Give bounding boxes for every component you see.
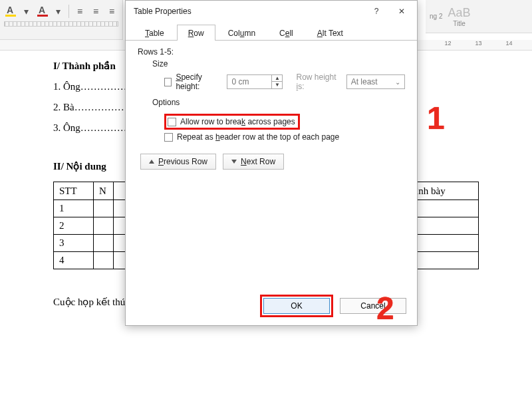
fontcolor-dropdown-icon[interactable]: ▾ xyxy=(51,4,65,19)
ok-button[interactable]: OK xyxy=(263,298,330,314)
tab-cell[interactable]: Cell xyxy=(268,25,305,41)
callout-number-1: 1 xyxy=(427,100,445,136)
row-height-is-label: Row height is: xyxy=(296,72,339,91)
chevron-down-icon: ⌄ xyxy=(395,78,400,86)
next-row-button[interactable]: Next Row xyxy=(223,154,284,170)
spinner-down-icon[interactable]: ▼ xyxy=(271,82,282,88)
allow-break-label: Allow row to break across pages xyxy=(180,117,295,126)
next-row-label: Next Row xyxy=(241,157,275,166)
row-height-mode-value: At least xyxy=(351,77,378,86)
row-height-mode-select[interactable]: At least ⌄ xyxy=(346,74,405,89)
options-group-label: Options xyxy=(152,98,405,107)
triangle-down-icon xyxy=(231,160,237,164)
tab-row[interactable]: Row xyxy=(177,25,215,41)
style-name: Title xyxy=(448,20,470,27)
allow-break-checkbox[interactable]: Allow row to break across pages xyxy=(168,117,295,126)
style-name: ng 2 xyxy=(430,13,442,20)
table-header: STT xyxy=(54,182,94,200)
highlight-color-icon[interactable]: A xyxy=(3,4,17,19)
previous-row-button[interactable]: Previous Row xyxy=(140,154,216,170)
triangle-up-icon xyxy=(149,160,154,164)
size-group-label: Size xyxy=(152,59,405,68)
table-properties-dialog: Table Properties ? ✕ TTableable Row Colu… xyxy=(125,0,418,326)
specify-height-checkbox[interactable]: Specify height: xyxy=(164,72,220,91)
tab-alttext[interactable]: Alt Text xyxy=(306,25,354,41)
dialog-tabs: TTableable Row Column Cell Alt Text xyxy=(126,22,417,41)
align-left-icon[interactable]: ≡ xyxy=(72,4,87,19)
spinner-up-icon[interactable]: ▲ xyxy=(271,75,282,82)
cancel-button[interactable]: Cancel xyxy=(340,298,406,314)
align-right-icon[interactable]: ≡ xyxy=(104,4,119,19)
ribbon-divider xyxy=(4,21,118,27)
callout-number-2: 2 xyxy=(376,290,394,327)
tab-table[interactable]: TTableable xyxy=(134,25,176,41)
table-header: N xyxy=(94,182,114,200)
callout-highlight-1: Allow row to break across pages xyxy=(164,114,300,130)
align-center-icon[interactable]: ≡ xyxy=(88,4,103,19)
rows-range-label: Rows 1-5: xyxy=(138,47,405,57)
callout-highlight-2: OK xyxy=(260,295,333,317)
highlight-dropdown-icon[interactable]: ▾ xyxy=(19,4,33,19)
specify-height-label: Specify height: xyxy=(176,72,220,91)
previous-row-label: Previous Row xyxy=(158,157,207,166)
repeat-header-label: Repeat as header row at the top of each … xyxy=(177,132,339,142)
ribbon-fragment: A ▾ A ▾ ≡ ≡ ≡ xyxy=(0,0,123,40)
dialog-title: Table Properties xyxy=(134,7,192,16)
font-color-icon[interactable]: A xyxy=(35,4,49,19)
tab-column[interactable]: Column xyxy=(217,25,267,41)
height-value[interactable] xyxy=(227,75,271,88)
repeat-header-checkbox[interactable]: Repeat as header row at the top of each … xyxy=(164,132,405,142)
close-button[interactable]: ✕ xyxy=(389,2,414,21)
styles-gallery[interactable]: ng 2 AaB Title xyxy=(426,0,532,33)
height-input[interactable]: ▲ ▼ xyxy=(227,74,283,89)
style-preview: AaB xyxy=(448,6,470,20)
help-button[interactable]: ? xyxy=(364,2,389,21)
